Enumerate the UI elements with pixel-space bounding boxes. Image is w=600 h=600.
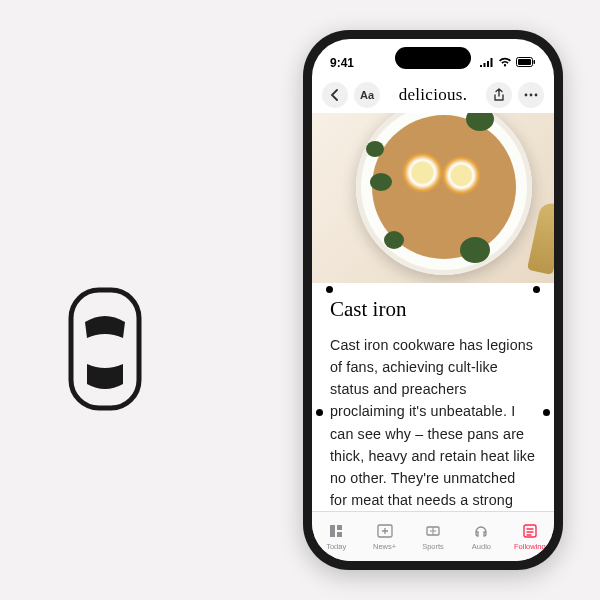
tab-following[interactable]: Following — [506, 512, 554, 561]
tab-bar: Today News+ Sports Audio Following — [312, 511, 554, 561]
sports-icon — [425, 522, 441, 540]
tab-today[interactable]: Today — [312, 512, 360, 561]
article-title: Cast iron — [330, 297, 536, 322]
status-time: 9:41 — [330, 56, 354, 70]
tab-label: Sports — [422, 542, 444, 551]
selection-handle[interactable] — [326, 286, 333, 293]
selection-handle[interactable] — [316, 409, 323, 416]
svg-rect-0 — [71, 290, 139, 408]
article-hero-image — [312, 113, 554, 283]
tab-label: Audio — [472, 542, 491, 551]
news-plus-icon — [377, 522, 393, 540]
tab-sports[interactable]: Sports — [409, 512, 457, 561]
more-button[interactable] — [518, 82, 544, 108]
selection-handle[interactable] — [533, 286, 540, 293]
back-button[interactable] — [322, 82, 348, 108]
following-icon — [522, 522, 538, 540]
text-size-button[interactable]: Aa — [354, 82, 380, 108]
wifi-icon — [498, 56, 512, 70]
dynamic-island — [395, 47, 471, 69]
svg-rect-3 — [534, 60, 536, 64]
nav-bar: Aa delicious. — [312, 77, 554, 113]
phone-frame: 9:41 Aa delicious. — [303, 30, 563, 570]
tab-label: News+ — [373, 542, 396, 551]
audio-icon — [473, 522, 489, 540]
article-paragraph: Cast iron cookware has legions of fans, … — [330, 334, 536, 511]
article-body[interactable]: Cast iron Cast iron cookware has legions… — [312, 283, 554, 511]
tab-label: Today — [326, 542, 346, 551]
tab-label: Following — [514, 542, 546, 551]
tab-audio[interactable]: Audio — [457, 512, 505, 561]
svg-rect-2 — [518, 59, 531, 65]
svg-point-6 — [535, 94, 538, 97]
signal-icon — [480, 56, 494, 70]
publication-title: delicious. — [386, 85, 480, 105]
today-icon — [328, 522, 344, 540]
svg-point-4 — [525, 94, 528, 97]
selection-handle[interactable] — [543, 409, 550, 416]
svg-point-5 — [530, 94, 533, 97]
tab-news-plus[interactable]: News+ — [360, 512, 408, 561]
screen: 9:41 Aa delicious. — [312, 39, 554, 561]
share-button[interactable] — [486, 82, 512, 108]
battery-icon — [516, 56, 536, 70]
car-icon — [65, 284, 145, 414]
